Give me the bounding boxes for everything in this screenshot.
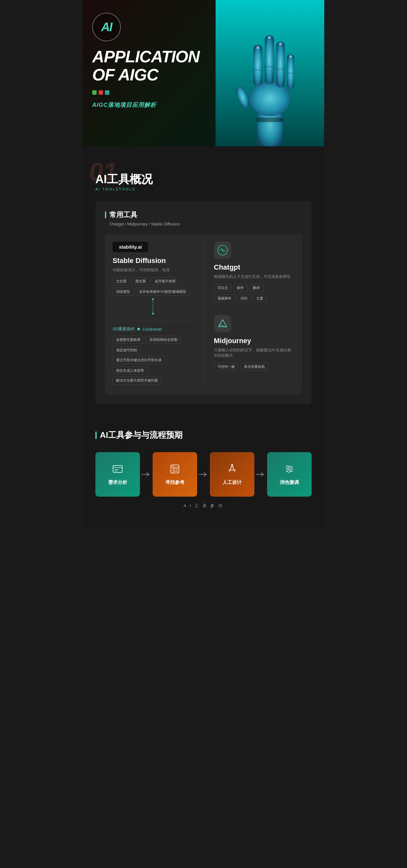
sd-tags2: 训练模型 支持各类插件/大模型/微调模型 <box>113 288 193 296</box>
svg-rect-22 <box>113 465 122 472</box>
svg-rect-30 <box>174 468 177 471</box>
arrow-icon-3 <box>256 471 265 477</box>
svg-point-15 <box>279 42 282 45</box>
tag-sd-2: 图生图 <box>132 277 150 285</box>
svg-point-20 <box>222 249 223 251</box>
arrow-1 <box>140 471 153 477</box>
wf-card-demand: 需求分析 <box>95 452 140 497</box>
section1-subtitle-en: AI TOOLSTOOLS <box>95 187 312 191</box>
chatgpt-desc: 根据聊天的上下文进行互动，可完成各类撰写 <box>214 274 295 279</box>
svg-rect-5 <box>265 35 274 84</box>
tag-gpt-3: 翻译 <box>249 284 263 292</box>
svg-point-38 <box>286 465 289 468</box>
workflow-title: AI工具参与与流程预期 <box>95 430 312 441</box>
reference-icon <box>169 463 181 477</box>
plugin-tag-3: 满足细节控制 <box>113 346 140 354</box>
svg-point-39 <box>290 468 292 470</box>
tag-gpt-2: 邮件 <box>233 284 247 292</box>
hero-left: AI APPLICATION OF AIGC AIGC落地项目应用解析 <box>83 0 216 146</box>
tag-sd-4: 训练模型 <box>113 288 133 296</box>
dot-green <box>92 90 97 95</box>
sd-plugin-title: SD重要插件 Controlnet <box>113 326 193 332</box>
card-header-bar <box>105 211 106 218</box>
dots-row <box>92 90 206 95</box>
ai-logo-text: AI <box>101 20 112 34</box>
sd-name: Stable Diffusion <box>113 256 193 265</box>
svg-rect-4 <box>253 44 262 86</box>
workflow-cards: 需求分析 寻找参考 <box>95 452 312 497</box>
tag-gpt-1: 写论文 <box>214 284 231 292</box>
finetune-icon <box>284 463 295 477</box>
connector-dot <box>152 298 154 300</box>
connector-dashes <box>153 301 153 312</box>
midjourney-icon-box <box>214 315 231 332</box>
plugin-dot <box>137 328 140 330</box>
demand-icon <box>112 463 123 477</box>
sd-tags1: 文生图 图生图 提升图片精度 <box>113 277 193 285</box>
section1-title: AI工具概况 <box>95 172 312 187</box>
arrow-2 <box>197 471 210 477</box>
mj-tags: 可控性一般 美术质量较高 <box>214 363 295 371</box>
reference-svg-icon <box>169 463 181 475</box>
sd-logo: stability.ai <box>113 242 148 252</box>
mj-desc: 只要输入你想到的文字，就能通过AI 生成出相对应的图片 <box>214 347 295 358</box>
wf-card-2-label: 寻找参考 <box>165 479 184 486</box>
tag-gpt-6: 文案 <box>253 294 267 302</box>
sd-desc: 功能比较强大，可控性较高，包含 <box>113 268 193 273</box>
demand-svg-icon <box>112 463 123 475</box>
svg-rect-6 <box>276 41 285 87</box>
hero-section: AI APPLICATION OF AIGC AIGC落地项目应用解析 <box>83 0 324 146</box>
section1-header: AI工具概况 AI TOOLSTOOLS <box>95 165 312 191</box>
plugin-tags-3: 指定生成人体姿势 解决文生图大模型关键问题 <box>113 367 193 384</box>
chatgpt-mj-col: Chatgpt 根据聊天的上下文进行互动，可完成各类撰写 写论文 邮件 翻译 视… <box>214 242 295 387</box>
svg-rect-7 <box>287 54 294 89</box>
midjourney-section: Midjourney 只要输入你想到的文字，就能通过AI 生成出相对应的图片 可… <box>214 315 295 371</box>
hero-title-line1: APPLICATION <box>92 48 206 66</box>
mj-name: Midjourney <box>214 337 295 345</box>
robot-hand-illustration <box>216 0 324 146</box>
wf-card-finetune: 润色微调 <box>267 452 312 497</box>
plugin-tag-4: 通过手部关键点优化手部生成 <box>113 356 165 364</box>
stable-diffusion-col: stability.ai Stable Diffusion 功能比较强大，可控性… <box>113 242 193 387</box>
design-icon <box>226 463 238 477</box>
wf-card-reference: 寻找参考 <box>153 452 197 497</box>
svg-rect-27 <box>171 465 179 473</box>
common-tools-card: 常用工具 Chatgpt / Midjourney / Stable Diffu… <box>95 200 312 404</box>
arrow-3 <box>254 471 267 477</box>
wf-card-3-label: 人工设计 <box>223 479 242 486</box>
section-tools: 01 AI工具概况 AI TOOLSTOOLS 常用工具 Chatgpt / M… <box>83 146 324 417</box>
chatgpt-tags1: 写论文 邮件 翻译 <box>214 284 295 292</box>
arrow-icon-1 <box>142 471 151 477</box>
card-header: 常用工具 <box>105 210 302 220</box>
wf-card-design: 人工设计 <box>210 452 254 497</box>
hero-title: APPLICATION OF AIGC <box>92 48 206 84</box>
card-tools-label: Chatgpt / Midjourney / Stable Diffusion <box>109 222 302 226</box>
plugin-tag-5: 指定生成人体姿势 <box>113 367 148 375</box>
chatgpt-icon <box>217 245 228 256</box>
finetune-svg-icon <box>284 463 295 475</box>
design-svg-icon <box>226 463 238 475</box>
connector-dot-bottom <box>152 313 154 314</box>
svg-point-40 <box>288 470 290 472</box>
tag-mj-1: 可控性一般 <box>214 363 239 371</box>
arrow-icon-2 <box>199 471 208 477</box>
plugin-tag-1: 改善图生图效果 <box>113 336 144 344</box>
workflow-bar <box>95 431 97 439</box>
dot-red <box>99 90 103 95</box>
card-title: 常用工具 <box>109 210 137 220</box>
tools-inner: stability.ai Stable Diffusion 功能比较强大，可控性… <box>105 234 302 395</box>
plugin-tag-6: 解决文生图大模型关键问题 <box>113 376 161 384</box>
hero-title-line2: OF AIGC <box>92 66 206 84</box>
midjourney-icon <box>218 318 228 329</box>
hero-subtitle: AIGC落地项目应用解析 <box>92 101 206 109</box>
svg-point-2 <box>249 81 291 116</box>
svg-point-16 <box>289 55 292 58</box>
workflow-bottom-label: A I 工 具 参 与 <box>95 503 312 509</box>
tag-sd-3: 提升图片精度 <box>151 277 179 285</box>
tag-sd-5: 支持各类插件/大模型/微调模型 <box>135 288 190 296</box>
dot-teal <box>105 90 109 95</box>
section-workflow: AI工具参与与流程预期 需求分析 <box>83 417 324 528</box>
svg-rect-12 <box>257 118 283 122</box>
svg-point-14 <box>268 36 271 39</box>
divider-v <box>204 242 204 387</box>
